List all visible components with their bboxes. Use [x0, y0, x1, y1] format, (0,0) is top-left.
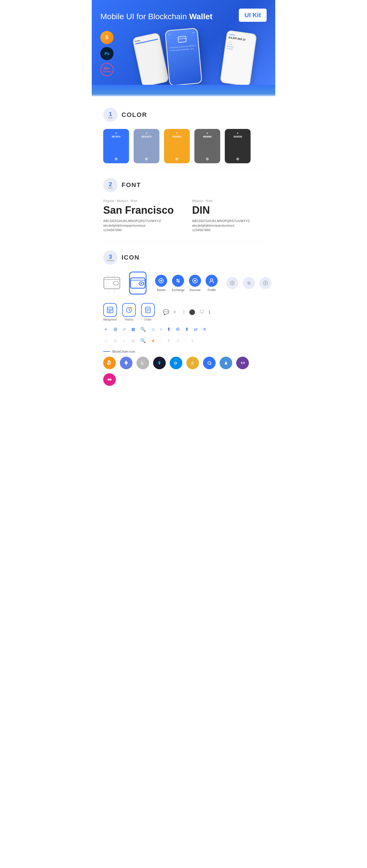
- hero-section: Mobile UI for Blockchain Wallet UI Kit S…: [92, 0, 275, 85]
- profile-circle: [205, 275, 218, 287]
- color-swatch-dark: #303030: [225, 129, 251, 163]
- search-icon-ghost: 🔍: [140, 338, 146, 343]
- section-number-color: 1 ONE COLOR: [103, 108, 264, 122]
- history-icon-border: [122, 303, 136, 317]
- nav-icon-exchange: Exchange: [172, 275, 185, 291]
- bottom-icon-row: Mangment History: [103, 303, 264, 321]
- litecoin-icon: Ł: [139, 359, 147, 367]
- augur-coin: [220, 356, 232, 369]
- moon-icon: ☽: [180, 309, 185, 315]
- wallet-solid-icon: [130, 276, 146, 290]
- assets-circle: [155, 275, 167, 287]
- polygon-coin: [103, 373, 116, 386]
- color-swatch-orange: #F5A623: [164, 129, 190, 163]
- check-icon-active: ✓: [122, 327, 126, 332]
- color-swatch-gray: #666666: [194, 129, 220, 163]
- nav-icon-discover: Discover: [189, 275, 201, 291]
- nav-icons-group: Assets Exchange Discove: [155, 275, 218, 291]
- layers-icon: ≡: [173, 309, 176, 315]
- svg-text:Z: Z: [191, 361, 194, 365]
- font-nums-din: 1234567890: [192, 228, 264, 232]
- utility-icons-ghost: ＋ ⊞ ✓ ▩ 🔍 ★ ‹ ⬆ ✕ › ℹ: [103, 337, 264, 344]
- qtum-icon: [205, 359, 213, 367]
- order-icon: [144, 306, 152, 314]
- ethereum-coin: [120, 356, 133, 369]
- icon-wireframe-container: [103, 272, 120, 294]
- section-number-icon: 3 THREE ICON: [103, 250, 264, 265]
- color-title: COLOR: [121, 111, 147, 119]
- font-col-sf: Regular · Medium · Bold San Francisco AB…: [103, 199, 175, 233]
- svg-rect-6: [131, 280, 145, 280]
- crypto-coins-row: Ł D Z: [103, 356, 264, 386]
- circle-icon: ⚫: [189, 309, 195, 315]
- font-name-din: DIN: [192, 204, 264, 216]
- polygon-icon: [106, 376, 114, 383]
- search-icon-active: 🔍: [140, 327, 146, 332]
- color-swatches-container: #3574FA #8DA0C8 #F5A623 #666666 #303: [103, 129, 264, 163]
- font-title: FONT: [121, 181, 141, 189]
- swatch-card-grayblue: #8DA0C8: [134, 129, 160, 163]
- close-icon-active: ✕: [203, 327, 206, 332]
- nano-coin: [236, 356, 249, 369]
- num-badge-1: 1 ONE: [103, 108, 117, 122]
- blockchain-label: BlockChain Icon: [103, 350, 264, 353]
- order-label: Order: [144, 318, 152, 321]
- exchange-circle: [172, 275, 184, 287]
- swatch-card-dark: #303030: [225, 129, 251, 163]
- swatch-card-gray: #666666: [194, 129, 220, 163]
- font-upper-din: ABCDEFGHIJKLMNOPQRSTUVWXYZ: [192, 219, 264, 223]
- font-nums-sf: 1234567890: [103, 228, 175, 232]
- assets-icon: [158, 278, 164, 284]
- svg-point-11: [194, 280, 196, 282]
- wallet-solid-icon-container: [129, 272, 146, 294]
- svg-text:D: D: [174, 361, 177, 365]
- color-section: 1 ONE COLOR #3574FA #8DA0C8 #F5A623: [92, 96, 275, 169]
- svg-point-8: [140, 283, 142, 284]
- bitcoin-coin: [103, 356, 116, 369]
- icon-section: 3 THREE ICON: [92, 242, 275, 403]
- font-type-sf: Regular · Medium · Bold: [103, 199, 175, 203]
- font-lower-sf: abcdefghijklmnopqrstuvwxyz: [103, 224, 175, 227]
- back-icon-ghost: ‹: [160, 338, 162, 343]
- svg-rect-5: [131, 278, 145, 288]
- history-icon-item: History: [122, 303, 136, 321]
- zcash-coin: Z: [186, 356, 199, 369]
- num-badge-2: 2 TWO: [103, 178, 117, 192]
- management-icon-item: Mangment: [103, 303, 117, 321]
- svg-point-38: [210, 364, 211, 365]
- svg-rect-19: [108, 310, 112, 311]
- ghost-icons-row: [226, 277, 275, 289]
- nav-icon-profile: Profile: [205, 275, 218, 291]
- discover-circle: [189, 275, 201, 287]
- litecoin-coin: Ł: [137, 356, 149, 369]
- share-icon-ghost: ⬆: [167, 338, 171, 343]
- svg-point-12: [210, 279, 213, 281]
- stratis-icon: [156, 359, 163, 367]
- ghost-exchange-icon: [243, 277, 255, 289]
- history-icon: [125, 306, 133, 314]
- share-icon-active: ⬆: [167, 327, 171, 332]
- forward-icon-ghost: ›: [185, 338, 186, 343]
- qtum-coin: [203, 356, 216, 369]
- section-number-font: 2 TWO FONT: [103, 178, 264, 192]
- management-icon-border: [103, 303, 117, 317]
- plus-icon-active: ＋: [103, 326, 108, 333]
- history-label: History: [124, 318, 133, 321]
- color-swatch-blue: #3574FA: [103, 129, 129, 163]
- gear-icon-active: ⚙: [176, 327, 180, 332]
- info-icon: ℹ: [208, 309, 210, 315]
- profile-icon: [208, 278, 215, 284]
- speech-icon: 🗨: [199, 309, 204, 315]
- assets-label: Assets: [157, 288, 165, 291]
- star-icon-ghost: ★: [151, 338, 155, 343]
- icon-showcase: Assets Exchange Discove: [103, 272, 264, 294]
- ethereum-icon: [122, 359, 130, 367]
- management-icon: [106, 306, 114, 314]
- back-icon-active: ‹: [160, 327, 162, 332]
- edit-icon-ghost: ⊞: [114, 338, 117, 343]
- swatch-card-blue: #3574FA: [103, 129, 129, 163]
- ps-icon: Ps: [101, 47, 114, 60]
- edit-icon-active: ⊞: [114, 327, 117, 332]
- profile-label: Profile: [207, 288, 216, 291]
- font-upper-sf: ABCDEFGHIJKLMNOPQRSTUVWXYZ: [103, 219, 175, 223]
